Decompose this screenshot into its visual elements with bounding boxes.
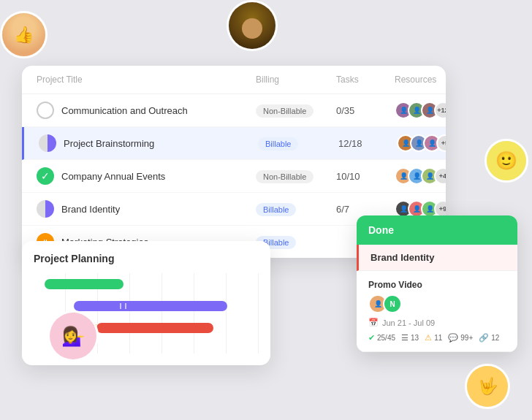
avatars-cell: 👤 👤 👤 +12 <box>395 102 446 119</box>
avatars-cell: 👤 👤 👤 +4 <box>395 167 446 185</box>
project-name: Communication and Outreach <box>61 105 188 116</box>
avatar-top-center <box>227 0 278 51</box>
brand-identity-section[interactable]: Brand Identity <box>357 245 517 271</box>
avatar-bottom-right: 🤟 <box>465 364 510 409</box>
avatar-bottom-left: 💁‍♀️ <box>48 310 99 362</box>
calendar-icon: 📅 <box>368 318 379 327</box>
promo-avatar-n: N <box>383 294 402 313</box>
stat-warning: ⚠ 11 <box>425 333 442 343</box>
project-icon-check: ✓ <box>37 167 54 185</box>
warning-icon: ⚠ <box>425 333 432 343</box>
col-project-title: Project Title <box>37 75 256 85</box>
table-row[interactable]: Communication and Outreach Non-Billable … <box>22 94 446 127</box>
promo-stats: ✔ 25/45 ☰ 13 ⚠ 11 💬 99+ 🔗 12 <box>368 333 506 343</box>
project-name: Company Annual Events <box>61 171 165 182</box>
done-popup: Done Brand Identity Promo Video 👤 N 📅 Ju… <box>357 215 517 352</box>
project-icon-purple <box>39 134 56 152</box>
avatar-top-left: 👍 <box>0 11 48 58</box>
billing-badge: Billable <box>258 137 338 150</box>
tasks-count: 0/35 <box>336 105 395 116</box>
gantt-bar-red <box>96 323 213 333</box>
stat-list: ☰ 13 <box>401 333 419 343</box>
project-name: Project Brainstorming <box>64 138 154 149</box>
gantt-title: Project Planning <box>34 253 259 264</box>
list-icon: ☰ <box>401 333 408 343</box>
promo-date: 📅 Jun 21 - Jul 09 <box>368 318 506 327</box>
stat-comments: 💬 99+ <box>448 333 473 343</box>
tasks-count: 12/18 <box>338 138 397 149</box>
stat-links: 🔗 12 <box>479 333 499 343</box>
project-name: Brand Identity <box>61 204 120 215</box>
col-tasks: Tasks <box>336 75 395 85</box>
col-billing: Billing <box>256 75 336 85</box>
tasks-count: 6/7 <box>336 204 395 215</box>
col-resources: Resources <box>395 75 446 85</box>
table-row-highlighted[interactable]: Project Brainstorming Billable 12/18 👤 👤… <box>22 127 446 160</box>
promo-video-title: Promo Video <box>368 280 506 290</box>
avatars-cell: 👤 👤 👤 +5 <box>397 134 446 152</box>
tasks-count: 10/10 <box>336 171 395 182</box>
table-row[interactable]: ✓ Company Annual Events Non-Billable 10/… <box>22 160 446 193</box>
gantt-bar-purple <box>74 301 227 311</box>
comment-icon: 💬 <box>448 333 458 343</box>
link-icon: 🔗 <box>479 333 489 343</box>
brand-identity-title: Brand Identity <box>370 252 506 263</box>
stat-tasks: ✔ 25/45 <box>368 333 395 343</box>
billing-badge: Billable <box>256 202 336 216</box>
avatar-right-middle: 🙂 <box>484 139 528 183</box>
gantt-bar-green <box>45 279 123 289</box>
project-icon-outline <box>37 102 54 119</box>
done-header: Done <box>357 215 517 245</box>
promo-video-section: Promo Video 👤 N 📅 Jun 21 - Jul 09 ✔ 25/4… <box>357 271 517 352</box>
table-header: Project Title Billing Tasks Resources <box>22 66 446 94</box>
billing-badge: Non-Billable <box>256 104 336 118</box>
project-icon-purple2 <box>37 200 54 218</box>
check-circle-icon: ✔ <box>368 333 375 343</box>
billing-badge: Non-Billable <box>256 169 336 183</box>
